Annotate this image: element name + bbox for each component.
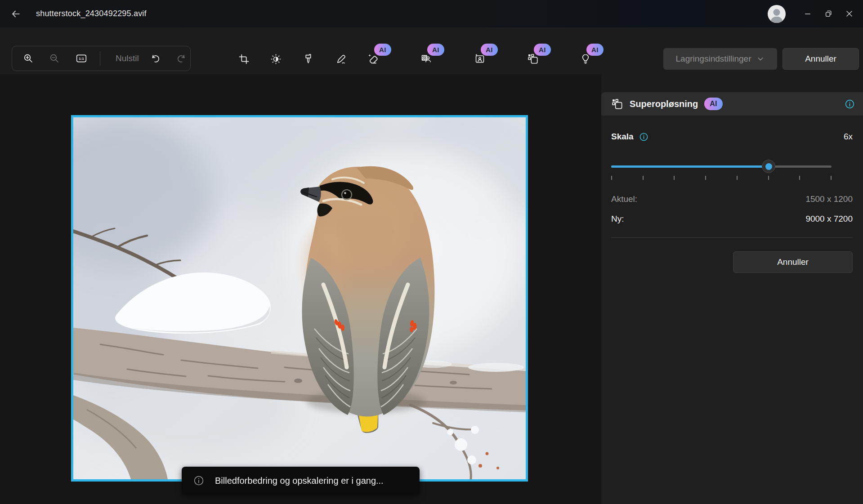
ai-badge: AI: [704, 98, 723, 110]
scale-info-button[interactable]: [639, 132, 648, 142]
redo-icon: [176, 54, 187, 64]
tool-restyle[interactable]: AI: [469, 48, 491, 70]
zoom-out-icon: [49, 53, 60, 64]
super-resolution-icon: [611, 98, 623, 110]
crop-icon: [238, 54, 250, 65]
ai-badge: AI: [427, 44, 444, 56]
ai-badge: AI: [586, 44, 604, 56]
panel-header: Superopløsning AI: [601, 92, 863, 116]
panel-info-button[interactable]: [845, 99, 855, 109]
ai-badge: AI: [534, 44, 551, 56]
info-icon: [639, 132, 648, 142]
info-icon: [845, 99, 855, 109]
info-icon: [193, 475, 204, 486]
redo-button[interactable]: [172, 46, 191, 71]
account-avatar[interactable]: [768, 5, 786, 23]
restore-button[interactable]: [818, 0, 839, 27]
reset-button[interactable]: Nulstil: [109, 46, 145, 71]
cancel-button-top[interactable]: Annuller: [783, 48, 859, 70]
zoom-in-icon: [23, 53, 34, 64]
current-size-row: Aktuel: 1500 x 1200: [611, 194, 853, 204]
zoom-in-button[interactable]: [18, 46, 39, 71]
tool-adjust[interactable]: [265, 48, 286, 70]
scale-label: Skala: [611, 132, 634, 142]
avatar-person-icon: [774, 9, 780, 16]
save-settings-button[interactable]: Lagringsindstillinger: [663, 48, 777, 70]
tool-suggestions[interactable]: AI: [575, 48, 596, 70]
minimize-button[interactable]: [797, 0, 818, 27]
view-tool-group: 1:1 Nulstil: [12, 46, 191, 71]
toast-message: Billedforbedring og opskalering er i gan…: [215, 476, 384, 486]
actual-size-button[interactable]: 1:1: [71, 46, 92, 71]
toolbar: 1:1 Nulstil AI AI AI AI AI: [0, 27, 863, 74]
panel-divider: [611, 237, 853, 238]
tool-erase[interactable]: AI: [362, 48, 384, 70]
close-button[interactable]: [839, 0, 859, 27]
new-size-value: 9000 x 7200: [805, 214, 853, 224]
pen-icon: [335, 54, 347, 65]
slider-fill: [611, 165, 769, 168]
chevron-down-icon: [756, 55, 765, 63]
actual-size-icon: 1:1: [76, 53, 87, 64]
new-size-label: Ny:: [611, 214, 624, 224]
minimize-icon: [803, 9, 812, 18]
cancel-button-panel[interactable]: Annuller: [733, 251, 853, 273]
tool-background[interactable]: AI: [416, 48, 437, 70]
image-canvas[interactable]: [71, 115, 528, 482]
current-size-label: Aktuel:: [611, 194, 637, 204]
title-bar: shutterstock_2430492295.avif: [0, 0, 863, 27]
tool-crop[interactable]: [233, 48, 255, 70]
toolbar-separator: [100, 51, 100, 66]
scale-slider[interactable]: [611, 160, 832, 173]
bird-photo: [73, 117, 526, 479]
tool-markup[interactable]: [330, 48, 352, 70]
panel-title: Superopløsning: [630, 99, 698, 109]
brightness-icon: [270, 54, 282, 65]
restore-icon: [824, 9, 833, 18]
file-name: shutterstock_2430492295.avif: [36, 9, 147, 18]
undo-icon: [150, 54, 161, 64]
tool-filter[interactable]: [297, 48, 319, 70]
svg-text:1:1: 1:1: [79, 57, 84, 61]
zoom-out-button[interactable]: [44, 46, 65, 71]
ai-badge: AI: [481, 44, 498, 56]
slider-thumb[interactable]: [762, 160, 775, 173]
back-button[interactable]: [5, 5, 26, 23]
scale-value: 6x: [844, 132, 853, 142]
new-size-row: Ny: 9000 x 7200: [611, 214, 853, 224]
canvas-area: [0, 74, 601, 504]
slider-ticks: [611, 176, 832, 180]
close-icon: [845, 9, 854, 18]
ai-badge: AI: [374, 44, 391, 56]
undo-button[interactable]: [145, 46, 165, 71]
back-arrow-icon: [11, 9, 21, 19]
paintbrush-icon: [303, 54, 314, 65]
super-resolution-panel: Superopløsning AI Skala 6x Aktuel: 1500 …: [601, 92, 863, 504]
current-size-value: 1500 x 1200: [805, 194, 853, 204]
progress-toast: Billedforbedring og opskalering er i gan…: [182, 467, 420, 495]
tool-super-resolution[interactable]: AI: [522, 48, 544, 70]
